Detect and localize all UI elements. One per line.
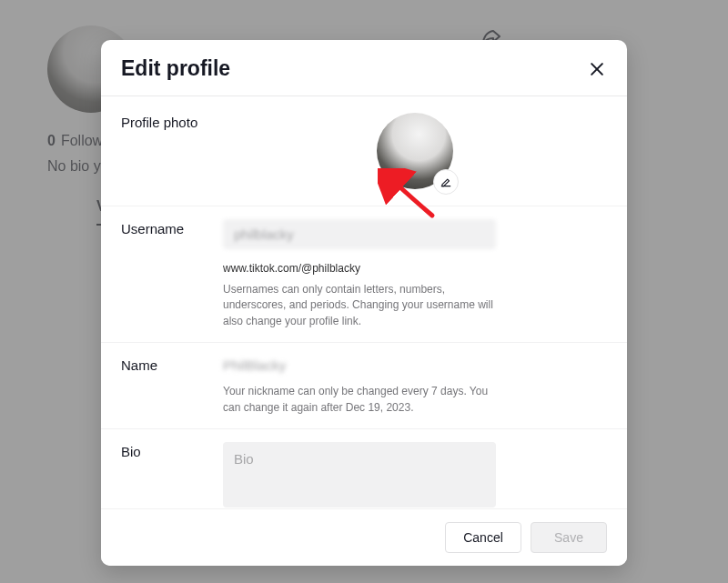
username-help: Usernames can only contain letters, numb…: [223, 282, 496, 329]
section-profile-photo: Profile photo: [101, 96, 627, 206]
bio-input[interactable]: Bio: [223, 442, 496, 508]
profile-photo-label: Profile photo: [121, 113, 223, 189]
edit-photo-button[interactable]: [433, 169, 459, 195]
pencil-icon: [440, 176, 452, 188]
close-button[interactable]: [587, 59, 607, 79]
section-name: Name PhilBlacky Your nickname can only b…: [101, 343, 627, 429]
modal-title: Edit profile: [121, 56, 230, 81]
modal-footer: Cancel Save: [101, 508, 627, 566]
close-icon: [588, 60, 606, 78]
username-url: www.tiktok.com/@philblacky: [223, 262, 607, 275]
save-button[interactable]: Save: [531, 522, 607, 553]
cancel-button[interactable]: Cancel: [445, 522, 521, 553]
name-content: PhilBlacky Your nickname can only be cha…: [223, 356, 607, 416]
name-input[interactable]: PhilBlacky: [223, 356, 607, 375]
name-help: Your nickname can only be changed every …: [223, 384, 496, 416]
username-label: Username: [121, 219, 223, 329]
profile-photo-content: [223, 113, 607, 189]
username-content: philblacky www.tiktok.com/@philblacky Us…: [223, 219, 607, 329]
username-input[interactable]: philblacky: [223, 219, 496, 249]
section-username: Username philblacky www.tiktok.com/@phil…: [101, 206, 627, 343]
modal-header: Edit profile: [101, 40, 627, 96]
avatar: [377, 113, 453, 189]
edit-profile-modal: Edit profile Profile photo Username: [101, 40, 627, 566]
name-label: Name: [121, 356, 223, 416]
